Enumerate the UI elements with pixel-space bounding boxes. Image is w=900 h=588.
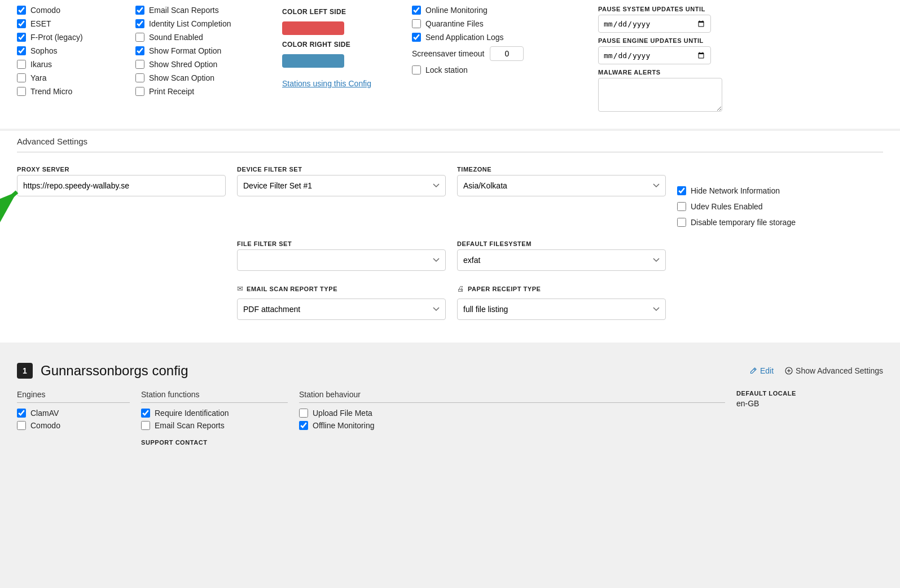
mail-icon: ✉ bbox=[237, 284, 243, 293]
quarantine-files[interactable]: Quarantine Files bbox=[412, 19, 592, 28]
advanced-settings-section: Advanced Settings PROXY SERVER bbox=[0, 131, 900, 343]
fn-print-receipt[interactable]: Print Receipt bbox=[135, 87, 276, 96]
quarantine-files-checkbox[interactable] bbox=[412, 19, 421, 28]
stations-link[interactable]: Stations using this Config bbox=[282, 79, 406, 88]
lock-station[interactable]: Lock station bbox=[412, 65, 592, 74]
fn-show-format-label: Show Format Option bbox=[149, 46, 221, 55]
bottom-upload-file-meta-checkbox[interactable] bbox=[299, 409, 308, 418]
engine-ikarus-checkbox[interactable] bbox=[17, 60, 26, 69]
disable-temp-storage-checkbox[interactable] bbox=[677, 218, 686, 227]
engine-yara[interactable]: Yara bbox=[17, 73, 130, 82]
bottom-station-behaviour-col: Station behaviour Upload File Meta Offli… bbox=[299, 390, 725, 448]
fn-email-scan[interactable]: Email Scan Reports bbox=[135, 6, 276, 15]
support-contact-label: SUPPORT CONTACT bbox=[141, 439, 288, 446]
divider bbox=[17, 152, 883, 152]
fn-print-receipt-checkbox[interactable] bbox=[135, 87, 144, 96]
engine-yara-checkbox[interactable] bbox=[17, 73, 26, 82]
printer-icon: 🖨 bbox=[457, 284, 464, 293]
color-right-swatch[interactable] bbox=[282, 54, 344, 68]
bottom-offline-monitoring-checkbox[interactable] bbox=[299, 421, 308, 430]
fn-sound-enabled[interactable]: Sound Enabled bbox=[135, 33, 276, 42]
station-functions-column: Email Scan Reports Identity List Complet… bbox=[135, 6, 276, 96]
engine-eset[interactable]: ESET bbox=[17, 19, 130, 28]
paper-receipt-group: 🖨 PAPER RECEIPT TYPE full file listing bbox=[457, 284, 666, 320]
bottom-engine-comodo-checkbox[interactable] bbox=[17, 421, 26, 430]
fn-email-scan-label: Email Scan Reports bbox=[149, 6, 219, 15]
hide-network-info[interactable]: Hide Network Information bbox=[677, 186, 883, 195]
fn-show-scan-checkbox[interactable] bbox=[135, 73, 144, 82]
udev-rules-enabled[interactable]: Udev Rules Enabled bbox=[677, 202, 883, 211]
online-monitoring-checkbox[interactable] bbox=[412, 6, 421, 15]
bottom-engine-clamav[interactable]: ClamAV bbox=[17, 409, 130, 418]
edit-link[interactable]: Edit bbox=[749, 366, 774, 375]
color-section: COLOR LEFT SIDE COLOR RIGHT SIDE Station… bbox=[282, 6, 406, 88]
udev-rules-enabled-checkbox[interactable] bbox=[677, 202, 686, 211]
show-advanced-link[interactable]: Show Advanced Settings bbox=[785, 366, 883, 375]
pause-system-label: PAUSE SYSTEM UPDATES UNTIL bbox=[598, 6, 739, 12]
engine-sophos[interactable]: Sophos bbox=[17, 46, 130, 55]
file-filter-set-select[interactable] bbox=[237, 249, 446, 271]
engine-trendmicro[interactable]: Trend Micro bbox=[17, 87, 130, 96]
send-app-logs[interactable]: Send Application Logs bbox=[412, 33, 592, 42]
lock-station-checkbox[interactable] bbox=[412, 65, 421, 74]
engine-sophos-checkbox[interactable] bbox=[17, 46, 26, 55]
default-filesystem-label: DEFAULT FILESYSTEM bbox=[457, 240, 666, 247]
bottom-fn-require-id-label: Require Identification bbox=[155, 409, 229, 418]
fn-email-scan-checkbox[interactable] bbox=[135, 6, 144, 15]
fn-identity-list-label: Identity List Completion bbox=[149, 19, 231, 28]
fn-show-format-checkbox[interactable] bbox=[135, 46, 144, 55]
bottom-grid: Engines ClamAV Comodo Station functions … bbox=[17, 390, 883, 448]
proxy-server-input[interactable] bbox=[17, 175, 226, 196]
pause-engine-input[interactable] bbox=[598, 46, 711, 64]
engine-fprot-checkbox[interactable] bbox=[17, 33, 26, 42]
pause-system-input[interactable] bbox=[598, 15, 711, 33]
screensaver-input[interactable]: 0 bbox=[490, 46, 524, 61]
bottom-engine-comodo[interactable]: Comodo bbox=[17, 421, 130, 430]
engine-comodo-checkbox[interactable] bbox=[17, 6, 26, 15]
color-left-swatch[interactable] bbox=[282, 21, 344, 35]
fn-show-scan[interactable]: Show Scan Option bbox=[135, 73, 276, 82]
advanced-checkboxes: Hide Network Information Udev Rules Enab… bbox=[677, 166, 883, 227]
bottom-offline-monitoring[interactable]: Offline Monitoring bbox=[299, 421, 725, 430]
fn-show-format[interactable]: Show Format Option bbox=[135, 46, 276, 55]
fn-sound-enabled-checkbox[interactable] bbox=[135, 33, 144, 42]
bottom-station-behaviour-title: Station behaviour bbox=[299, 390, 725, 403]
bottom-fn-email-scan[interactable]: Email Scan Reports bbox=[141, 421, 288, 430]
disable-temp-storage[interactable]: Disable temporary file storage bbox=[677, 218, 883, 227]
bottom-upload-file-meta-label: Upload File Meta bbox=[313, 409, 372, 418]
fn-show-shred[interactable]: Show Shred Option bbox=[135, 60, 276, 69]
hide-network-info-label: Hide Network Information bbox=[691, 186, 780, 195]
bottom-station-functions-col: Station functions Require Identification… bbox=[141, 390, 288, 448]
online-monitoring[interactable]: Online Monitoring bbox=[412, 6, 592, 15]
bottom-upload-file-meta[interactable]: Upload File Meta bbox=[299, 409, 725, 418]
bottom-engine-clamav-checkbox[interactable] bbox=[17, 409, 26, 418]
color-right-label: COLOR RIGHT SIDE bbox=[282, 41, 406, 49]
engine-comodo[interactable]: Comodo bbox=[17, 6, 130, 15]
bottom-fn-email-scan-checkbox[interactable] bbox=[141, 421, 150, 430]
hide-network-info-checkbox[interactable] bbox=[677, 186, 686, 195]
engine-eset-checkbox[interactable] bbox=[17, 19, 26, 28]
show-advanced-label: Show Advanced Settings bbox=[796, 366, 883, 375]
bottom-engines-title: Engines bbox=[17, 390, 130, 403]
fn-identity-list-checkbox[interactable] bbox=[135, 19, 144, 28]
email-scan-report-select[interactable]: PDF attachment bbox=[237, 299, 446, 320]
engine-ikarus[interactable]: Ikarus bbox=[17, 60, 130, 69]
edit-label: Edit bbox=[760, 366, 774, 375]
fn-identity-list[interactable]: Identity List Completion bbox=[135, 19, 276, 28]
send-app-logs-checkbox[interactable] bbox=[412, 33, 421, 42]
engine-ikarus-label: Ikarus bbox=[30, 60, 52, 69]
paper-receipt-select[interactable]: full file listing bbox=[457, 299, 666, 320]
config-number: 1 bbox=[17, 363, 33, 379]
engine-fprot[interactable]: F-Prot (legacy) bbox=[17, 33, 130, 42]
malware-alerts-input[interactable] bbox=[598, 78, 722, 112]
bottom-fn-require-id[interactable]: Require Identification bbox=[141, 409, 288, 418]
timezone-select[interactable]: Asia/Kolkata bbox=[457, 175, 666, 196]
email-scan-report-group: ✉ EMAIL SCAN REPORT TYPE PDF attachment bbox=[237, 284, 446, 320]
engine-trendmicro-checkbox[interactable] bbox=[17, 87, 26, 96]
default-filesystem-select[interactable]: exfat bbox=[457, 249, 666, 271]
device-filter-set-select[interactable]: Device Filter Set #1 bbox=[237, 175, 446, 196]
pause-column: PAUSE SYSTEM UPDATES UNTIL PAUSE ENGINE … bbox=[598, 6, 739, 112]
bottom-fn-require-id-checkbox[interactable] bbox=[141, 409, 150, 418]
engine-sophos-label: Sophos bbox=[30, 46, 57, 55]
fn-show-shred-checkbox[interactable] bbox=[135, 60, 144, 69]
